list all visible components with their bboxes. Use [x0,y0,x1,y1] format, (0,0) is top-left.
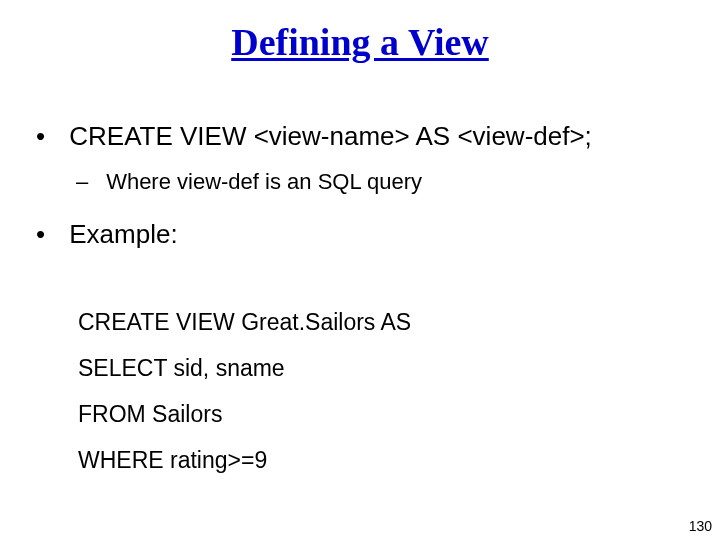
slide-title: Defining a View [0,20,720,64]
slide: Defining a View CREATE VIEW <view-name> … [0,0,720,540]
slide-content: CREATE VIEW <view-name> AS <view-def>; W… [30,120,690,483]
bullet-text: Example: [69,219,177,249]
bullet-viewdef-note: Where view-def is an SQL query [30,167,690,197]
bullet-text: Where view-def is an SQL query [106,169,422,194]
sql-line-where: WHERE rating>=9 [78,437,690,483]
sql-line-create: CREATE VIEW Great.Sailors AS [78,299,690,345]
bullet-example-label: Example: [30,218,690,251]
bullet-create-view-syntax: CREATE VIEW <view-name> AS <view-def>; [30,120,690,153]
sql-line-select: SELECT sid, sname [78,345,690,391]
bullet-text: CREATE VIEW <view-name> AS <view-def>; [69,121,592,151]
example-sql-block: CREATE VIEW Great.Sailors AS SELECT sid,… [78,299,690,483]
sql-line-from: FROM Sailors [78,391,690,437]
page-number: 130 [689,518,712,534]
